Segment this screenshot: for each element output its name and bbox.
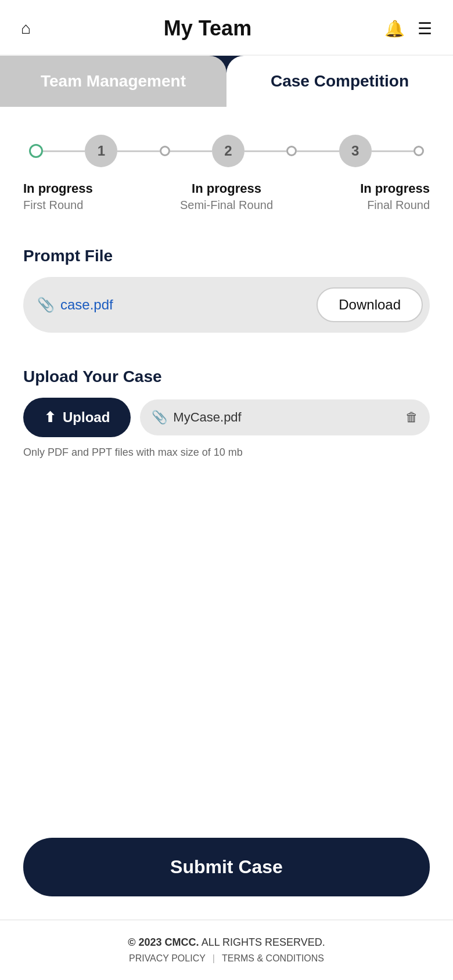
stepper-circle-2: 2 <box>212 135 245 167</box>
upload-section: Upload Your Case ⬆ Upload 📎 MyCase.pdf 🗑… <box>23 368 430 459</box>
privacy-policy-link[interactable]: PRIVACY POLICY <box>129 953 206 964</box>
submit-case-button[interactable]: Submit Case <box>23 838 430 896</box>
prompt-file-section: Prompt File 📎 case.pdf Download <box>23 247 430 333</box>
stepper-mid-dot-2 <box>286 146 297 156</box>
stepper-section: 1 2 3 In progress First <box>23 135 430 212</box>
stepper-end-dot <box>414 146 424 156</box>
stepper-label-2: In progress Semi-Final Round <box>171 181 282 212</box>
footer-links: PRIVACY POLICY | TERMS & CONDITIONS <box>23 953 430 964</box>
prompt-file-title: Prompt File <box>23 247 430 265</box>
tab-case-competition[interactable]: Case Competition <box>227 56 453 107</box>
menu-icon[interactable]: ☰ <box>418 19 432 38</box>
stepper-line-0 <box>43 150 85 152</box>
paperclip-icon: 📎 <box>37 297 55 313</box>
home-icon[interactable]: ⌂ <box>21 19 31 38</box>
stepper-line-5 <box>372 150 414 152</box>
header: ⌂ My Team 🔔 ☰ <box>0 0 453 56</box>
page-title: My Team <box>164 16 251 41</box>
upload-title: Upload Your Case <box>23 368 430 386</box>
upload-row: ⬆ Upload 📎 MyCase.pdf 🗑 <box>23 398 430 437</box>
upload-arrow-icon: ⬆ <box>44 409 56 426</box>
upload-button[interactable]: ⬆ Upload <box>23 398 131 437</box>
stepper-label-3: In progress Final Round <box>319 181 430 212</box>
tabs-container: Team Management Case Competition <box>0 56 453 107</box>
delete-file-icon[interactable]: 🗑 <box>405 410 418 425</box>
footer-copyright: © 2023 CMCC. ALL RIGHTS RESERVED. <box>23 936 430 949</box>
header-actions: 🔔 ☰ <box>384 19 432 38</box>
footer: © 2023 CMCC. ALL RIGHTS RESERVED. PRIVAC… <box>0 920 453 980</box>
spacer <box>0 678 453 838</box>
upload-hint: Only PDF and PPT files with max size of … <box>23 446 430 459</box>
main-content: 1 2 3 In progress First <box>0 107 453 678</box>
prompt-file-row: 📎 case.pdf Download <box>23 277 430 333</box>
footer-divider: | <box>213 953 215 964</box>
attached-paperclip-icon: 📎 <box>152 410 167 425</box>
stepper-line-4 <box>297 150 339 152</box>
download-button[interactable]: Download <box>317 287 423 322</box>
stepper-labels: In progress First Round In progress Semi… <box>23 181 430 212</box>
stepper-mid-dot-1 <box>160 146 170 156</box>
attached-file: 📎 MyCase.pdf 🗑 <box>140 399 430 435</box>
stepper-line-3 <box>245 150 286 152</box>
prompt-file-name: 📎 case.pdf <box>37 297 310 313</box>
stepper-line-1 <box>117 150 159 152</box>
stepper-line-2 <box>170 150 212 152</box>
terms-link[interactable]: TERMS & CONDITIONS <box>222 953 324 964</box>
stepper-start-dot <box>29 144 43 158</box>
tab-team-management[interactable]: Team Management <box>0 56 227 107</box>
submit-section: Submit Case <box>0 838 453 920</box>
stepper-circle-3: 3 <box>339 135 372 167</box>
bell-icon[interactable]: 🔔 <box>384 19 405 38</box>
stepper-track: 1 2 3 <box>23 135 430 167</box>
stepper-circle-1: 1 <box>85 135 117 167</box>
stepper-label-1: In progress First Round <box>23 181 134 212</box>
